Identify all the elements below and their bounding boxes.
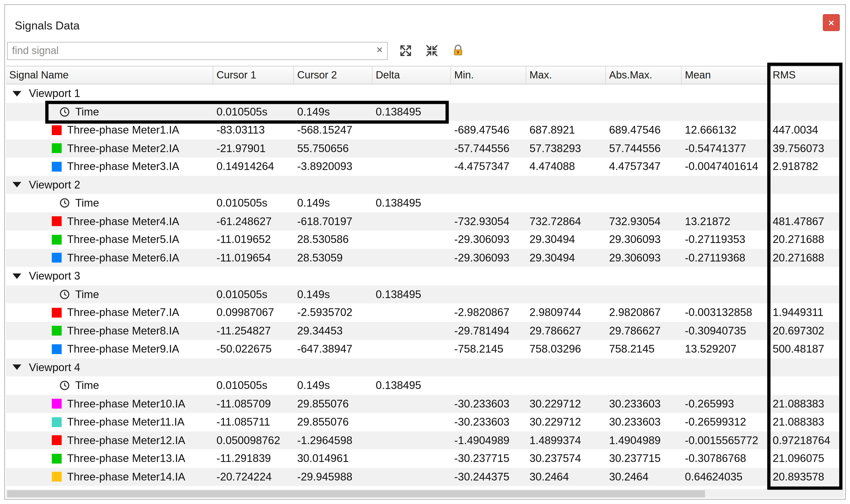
cell-rms: 500.48187 xyxy=(769,340,840,358)
cell-cursor1: 0.09987067 xyxy=(213,304,294,322)
cell-mean: 13.21872 xyxy=(682,212,769,231)
column-header-abs-max[interactable]: Abs.Max. xyxy=(606,67,682,84)
column-header-signal-name[interactable]: Signal Name xyxy=(6,67,213,84)
cell-absmax: 689.47546 xyxy=(606,121,682,139)
time-row[interactable]: Time0.010505s0.149s0.138495 xyxy=(6,103,840,121)
cell-absmax: 29.306093 xyxy=(606,231,682,249)
horizontal-scrollbar[interactable] xyxy=(6,489,844,498)
cell-rms: 20.271688 xyxy=(769,249,840,267)
signal-row[interactable]: Three-phase Meter12.IA0.050098762-1.2964… xyxy=(6,431,840,450)
cell-max: 57.738293 xyxy=(526,139,606,158)
cell-max: 4.474088 xyxy=(526,158,606,176)
cell-absmax: 4.4757347 xyxy=(606,158,682,176)
cell-min: -29.781494 xyxy=(451,322,526,340)
signal-row[interactable]: Three-phase Meter2.IA-21.9790155.750656-… xyxy=(6,139,840,158)
cell-mean xyxy=(682,103,769,121)
lock-icon[interactable] xyxy=(450,42,466,59)
signal-color-swatch xyxy=(52,417,62,427)
cell-max: 2.9809744 xyxy=(526,304,606,322)
signal-row[interactable]: Three-phase Meter1.IA-83.03113-568.15247… xyxy=(6,121,840,139)
column-header-min[interactable]: Min. xyxy=(451,67,526,84)
cell-delta xyxy=(372,176,451,194)
column-header-cursor-1[interactable]: Cursor 1 xyxy=(213,67,294,84)
cell-cursor2: -647.38947 xyxy=(294,340,372,358)
collapse-triangle-icon[interactable] xyxy=(13,364,21,370)
cell-rms xyxy=(769,103,840,121)
expand-icon[interactable] xyxy=(398,42,414,59)
cell-mean: 0.64624035 xyxy=(682,468,769,486)
time-row[interactable]: Time0.010505s0.149s0.138495 xyxy=(6,377,840,395)
signal-row[interactable]: Three-phase Meter3.IA0.14914264-3.892009… xyxy=(6,158,840,176)
column-header-cursor-2[interactable]: Cursor 2 xyxy=(294,67,372,84)
cell-mean xyxy=(682,176,769,194)
column-header-mean[interactable]: Mean xyxy=(682,67,769,84)
signal-color-swatch xyxy=(52,399,62,409)
cell-cursor2: -568.15247 xyxy=(294,121,372,139)
cell-cursor2: 29.855076 xyxy=(294,413,372,431)
signal-row[interactable]: Three-phase Meter11.IA-11.08571129.85507… xyxy=(6,413,840,431)
cell-cursor2: -1.2964598 xyxy=(294,431,372,450)
cell-cursor2: 55.750656 xyxy=(294,139,372,158)
signal-row[interactable]: Three-phase Meter7.IA0.09987067-2.593570… xyxy=(6,304,840,322)
cell-min: -29.306093 xyxy=(451,231,526,249)
cell-min xyxy=(451,176,526,194)
signal-row[interactable]: Three-phase Meter14.IA-20.724224-29.9459… xyxy=(6,468,840,486)
cell-cursor2: 0.149s xyxy=(294,194,372,212)
cell-rms: 0.97218764 xyxy=(769,431,840,450)
cell-absmax xyxy=(606,377,682,395)
signal-row[interactable]: Three-phase Meter5.IA-11.01965228.530586… xyxy=(6,231,840,249)
signal-color-swatch xyxy=(52,162,62,172)
close-button[interactable]: × xyxy=(823,14,840,31)
signal-row[interactable]: Three-phase Meter10.IA-11.08570929.85507… xyxy=(6,395,840,413)
collapse-triangle-icon[interactable] xyxy=(13,273,21,279)
cell-min: -2.9820867 xyxy=(451,304,526,322)
signal-name-cell: Three-phase Meter1.IA xyxy=(6,121,213,139)
signal-row[interactable]: Three-phase Meter6.IA-11.01965428.53059-… xyxy=(6,249,840,267)
scrollbar-thumb[interactable] xyxy=(7,490,705,497)
signal-row[interactable]: Three-phase Meter9.IA-50.022675-647.3894… xyxy=(6,340,840,358)
signal-name-label: Time xyxy=(75,106,99,118)
cell-cursor2: 0.149s xyxy=(294,103,372,121)
cell-rms: 1.9449311 xyxy=(769,304,840,322)
titlebar: Signals Data × xyxy=(5,5,846,39)
cell-mean xyxy=(682,358,769,377)
cell-rms: 21.088383 xyxy=(769,413,840,431)
cell-max: 30.229712 xyxy=(526,413,606,431)
signal-color-swatch xyxy=(52,454,62,464)
cell-mean: 13.529207 xyxy=(682,340,769,358)
cell-max: 30.229712 xyxy=(526,395,606,413)
signal-row[interactable]: Three-phase Meter13.IA-11.29183930.01496… xyxy=(6,450,840,468)
cell-cursor2: 30.014961 xyxy=(294,450,372,468)
time-row[interactable]: Time0.010505s0.149s0.138495 xyxy=(6,285,840,304)
signal-name-cell: Three-phase Meter14.IA xyxy=(6,468,213,486)
cell-rms: 39.756073 xyxy=(769,139,840,158)
cell-delta xyxy=(372,358,451,377)
column-header-rms[interactable]: RMS xyxy=(769,67,840,84)
collapse-triangle-icon[interactable] xyxy=(13,91,21,96)
cell-cursor2 xyxy=(294,176,372,194)
cell-cursor1: 0.010505s xyxy=(213,103,294,121)
cell-absmax: 30.237715 xyxy=(606,450,682,468)
cell-cursor1: -83.03113 xyxy=(213,121,294,139)
signal-row[interactable]: Three-phase Meter8.IA-11.25482729.34453-… xyxy=(6,322,840,340)
cell-mean: -0.0015565772 xyxy=(682,431,769,450)
collapse-icon[interactable] xyxy=(424,42,440,59)
viewport-group-row[interactable]: Viewport 3 xyxy=(6,267,840,285)
time-row[interactable]: Time0.010505s0.149s0.138495 xyxy=(6,194,840,212)
cell-min: -732.93054 xyxy=(451,212,526,231)
column-header-max[interactable]: Max. xyxy=(526,67,606,84)
cell-mean: -0.27119353 xyxy=(682,231,769,249)
clear-search-icon[interactable]: × xyxy=(377,43,383,56)
signal-row[interactable]: Three-phase Meter4.IA-61.248627-618.7019… xyxy=(6,212,840,231)
collapse-triangle-icon[interactable] xyxy=(13,182,21,187)
signal-name-label: Three-phase Meter8.IA xyxy=(67,324,179,337)
viewport-group-row[interactable]: Viewport 1 xyxy=(6,85,840,103)
cell-min xyxy=(451,267,526,285)
cell-mean: -0.003132858 xyxy=(682,304,769,322)
column-header-delta[interactable]: Delta xyxy=(372,67,451,84)
signal-name-label: Three-phase Meter3.IA xyxy=(67,160,179,173)
search-input[interactable] xyxy=(7,42,388,60)
viewport-group-row[interactable]: Viewport 2 xyxy=(6,176,840,194)
time-icon xyxy=(59,380,70,391)
viewport-group-row[interactable]: Viewport 4 xyxy=(6,358,840,377)
